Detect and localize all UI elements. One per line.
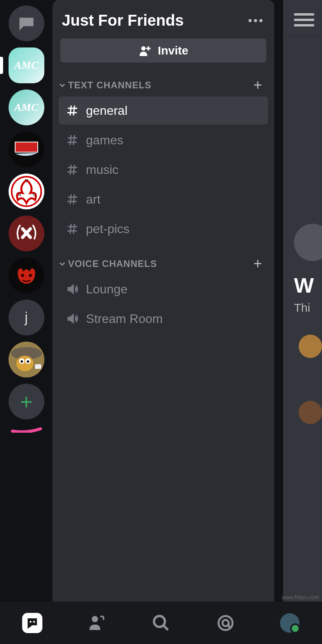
chat-peek-panel: W Thi xyxy=(283,0,322,602)
hash-icon xyxy=(66,163,79,176)
category-label: VOICE CHANNELS xyxy=(68,258,157,269)
svg-point-11 xyxy=(16,356,33,371)
invite-person-icon xyxy=(138,45,152,56)
z-logo-icon xyxy=(13,140,40,159)
server-icon-amc2[interactable]: AMC xyxy=(9,89,44,125)
search-icon xyxy=(152,614,170,632)
svg-text:G: G xyxy=(33,192,36,197)
ng-logo-icon: T N G xyxy=(11,176,42,207)
channel-art[interactable]: art xyxy=(59,185,268,213)
server-icon-j[interactable]: j xyxy=(9,300,44,335)
direct-messages-button[interactable] xyxy=(9,5,44,41)
voice-channel-stream-room[interactable]: Stream Room xyxy=(59,305,268,333)
plus-icon: + xyxy=(20,389,33,414)
voice-channel-lounge[interactable]: Lounge xyxy=(59,275,268,303)
channel-games[interactable]: games xyxy=(59,126,268,154)
watermark-text: www.frfam.com xyxy=(282,594,319,600)
svg-rect-0 xyxy=(15,142,38,152)
svg-text:N: N xyxy=(18,192,21,197)
svg-point-7 xyxy=(21,274,24,277)
server-title: Just For Friends xyxy=(62,12,184,29)
peek-avatar-3 xyxy=(299,401,322,424)
peek-subtext: Thi xyxy=(294,301,310,314)
hash-icon xyxy=(66,133,79,147)
server-icon-bowser[interactable] xyxy=(9,258,44,293)
chevron-down-icon xyxy=(59,82,66,89)
channel-avatar xyxy=(294,224,322,261)
hamburger-menu-icon[interactable] xyxy=(294,13,322,26)
svg-point-20 xyxy=(92,616,98,622)
invite-button[interactable]: Invite xyxy=(60,39,266,63)
svg-point-19 xyxy=(33,621,35,623)
hash-icon xyxy=(66,222,79,235)
add-server-button[interactable]: + xyxy=(9,384,44,419)
channel-list-panel: Just For Friends Invite TEXT CHANNELS + … xyxy=(52,0,274,602)
category-label: TEXT CHANNELS xyxy=(68,80,151,91)
chat-bubble-icon xyxy=(18,16,35,30)
hash-icon xyxy=(66,193,79,206)
peek-avatar-2 xyxy=(299,335,322,358)
nav-search-button[interactable] xyxy=(149,611,173,635)
server-label: j xyxy=(25,309,28,326)
at-sign-icon xyxy=(216,614,235,632)
chevron-down-icon xyxy=(59,260,66,267)
nav-friends-button[interactable] xyxy=(85,611,108,635)
server-icon-thisisfine[interactable] xyxy=(9,342,44,377)
bottom-navigation xyxy=(0,602,322,644)
svg-point-8 xyxy=(29,274,32,277)
pink-squiggle-decoration xyxy=(11,427,42,433)
bowser-face-icon xyxy=(11,260,42,291)
more-options-icon[interactable] xyxy=(248,19,262,22)
server-label: AMC xyxy=(14,59,38,72)
server-icon-ng[interactable]: T N G xyxy=(9,174,44,209)
add-text-channel-button[interactable]: + xyxy=(250,77,266,93)
this-is-fine-icon xyxy=(9,342,44,377)
nav-home-button[interactable] xyxy=(21,611,44,635)
channel-music[interactable]: music xyxy=(59,156,268,184)
channel-name: Lounge xyxy=(86,282,128,297)
wave-person-icon xyxy=(87,614,106,632)
add-voice-channel-button[interactable]: + xyxy=(250,255,266,272)
server-icon-z[interactable] xyxy=(9,132,44,167)
server-icon-amc-selected[interactable]: AMC xyxy=(9,47,44,83)
svg-point-18 xyxy=(30,621,32,623)
nav-mentions-button[interactable] xyxy=(214,611,237,635)
divider xyxy=(283,37,322,37)
server-label: AMC xyxy=(14,101,38,114)
selected-server-indicator xyxy=(0,57,3,74)
channel-name: games xyxy=(86,133,123,147)
category-header-text[interactable]: TEXT CHANNELS + xyxy=(59,77,268,97)
svg-point-14 xyxy=(21,360,23,363)
channel-name: general xyxy=(86,104,128,118)
svg-point-21 xyxy=(154,616,165,627)
svg-text:T: T xyxy=(25,179,28,184)
channel-name: music xyxy=(86,163,119,177)
hash-icon xyxy=(66,104,79,117)
channel-general[interactable]: general xyxy=(59,97,268,125)
speaker-icon xyxy=(66,283,79,296)
discord-logo-icon xyxy=(22,613,42,633)
server-header[interactable]: Just For Friends xyxy=(59,12,268,39)
channel-name: Stream Room xyxy=(86,312,163,326)
channel-name: art xyxy=(86,192,100,207)
category-header-voice[interactable]: VOICE CHANNELS + xyxy=(59,255,268,275)
server-list-rail: AMC AMC T N G xyxy=(0,0,52,602)
channel-name: pet-pics xyxy=(86,222,130,236)
svg-point-17 xyxy=(141,46,145,51)
server-icon-wreath[interactable] xyxy=(9,216,44,251)
user-avatar xyxy=(280,613,299,633)
peek-heading: W xyxy=(294,273,314,297)
invite-label: Invite xyxy=(158,44,188,57)
svg-point-15 xyxy=(27,360,29,363)
svg-rect-16 xyxy=(35,364,41,369)
channel-pet-pics[interactable]: pet-pics xyxy=(59,215,268,243)
wreath-icon xyxy=(11,218,42,249)
text-channel-list: general games music art pet-pics xyxy=(59,97,268,244)
voice-channel-list: Lounge Stream Room xyxy=(59,275,268,334)
speaker-icon xyxy=(66,312,79,325)
nav-profile-button[interactable] xyxy=(278,611,301,635)
